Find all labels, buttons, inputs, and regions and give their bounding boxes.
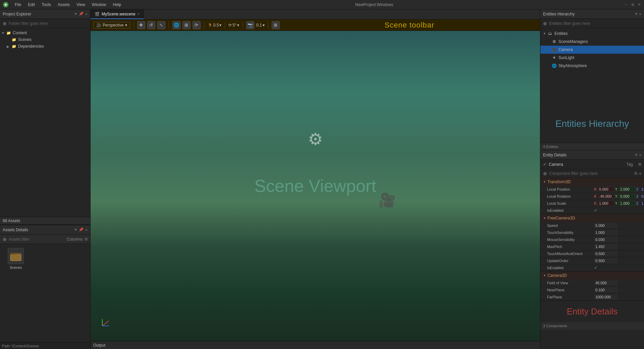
panel-options-icon[interactable]: ▾ (75, 12, 77, 16)
snap-grid-btn[interactable]: ⊞ (182, 21, 191, 29)
tree-item-dependencies[interactable]: ▶ 📁 Dependencies (0, 43, 90, 50)
scale-z-field[interactable]: Z 1.000 (636, 201, 644, 206)
camera3d-header[interactable]: ▼ Camera3D (540, 271, 644, 280)
scale-x-value[interactable]: 1.000 (598, 201, 614, 206)
mousesensibility-label: MouseSensibility (547, 238, 594, 242)
scene-tab[interactable]: 🎬 MyScene.wescene × (91, 9, 144, 19)
pos-x-value[interactable]: 0.000 (598, 187, 614, 192)
asset-scenes-label: Scenes (10, 265, 22, 269)
freecamera3d-header[interactable]: ▼ FreeCamera3D (540, 214, 644, 222)
menu-assets[interactable]: Assets (54, 2, 73, 8)
rot-x-value[interactable]: -45.000 (598, 194, 614, 199)
entity-enabled-check[interactable]: ✓ (543, 162, 547, 167)
maxpitch-value[interactable]: 1.492 (594, 244, 618, 249)
pos-y-field[interactable]: Y 2.000 (615, 187, 636, 192)
comp-filter-text: Component filter goes here (549, 171, 632, 176)
snap-rotate-btn[interactable]: ⟳ (193, 21, 201, 29)
menu-tools[interactable]: Tools (38, 2, 54, 8)
main-layout: Project Explorer ▾ 📌 × ⊕ Folder filter g… (0, 9, 644, 349)
panel-close-icon[interactable]: × (86, 12, 88, 16)
assets-count-label: 68 Assets (3, 218, 88, 223)
close-button[interactable]: ✕ (637, 3, 641, 7)
nearplane-value[interactable]: 0.100 (594, 287, 618, 293)
tree-item-scenes[interactable]: 📁 Scenes (0, 36, 90, 43)
assets-filter-plus-icon[interactable]: ⊕ (3, 237, 7, 242)
updateorder-value[interactable]: 0.500 (594, 258, 618, 263)
angle-input[interactable]: ⟳ 5° ▾ (228, 23, 239, 28)
snap-input[interactable]: 0.1 ▾ (256, 23, 265, 28)
assets-columns-btn[interactable]: Columns (67, 237, 83, 242)
asset-item-scenes[interactable]: Scenes (4, 248, 28, 269)
transform3d-header[interactable]: ▼ Transform3D (540, 178, 644, 186)
folder-filter-plus-icon[interactable]: ⊕ (3, 21, 7, 26)
entities-filter-plus-icon[interactable]: ⊕ (543, 21, 547, 26)
mousesensibility-value[interactable]: 0.030 (594, 237, 618, 242)
comp-filter-sort-icon[interactable]: ⊟ (634, 171, 637, 176)
pos-x-field[interactable]: X 0.000 (594, 187, 614, 192)
freecamera-isenabled-label: IsEnabled (547, 266, 594, 270)
rot-x-field[interactable]: X -45.000 (594, 194, 614, 199)
rot-z-value[interactable]: 0.000 (640, 194, 644, 199)
rot-y-field[interactable]: Y 0.000 (615, 194, 636, 199)
et-sunlight[interactable]: ☀ SunLight (540, 54, 644, 62)
tree-item-content[interactable]: ▼ 📁 Content (0, 30, 90, 36)
et-scenemanagers[interactable]: ⚙ SceneManagers (540, 38, 644, 46)
entity-more-icon[interactable]: ⊞ (638, 162, 641, 166)
speed-value[interactable]: 5.000 (594, 223, 618, 228)
rot-y-value[interactable]: 0.000 (619, 194, 636, 199)
et-camera[interactable]: 🎥 Camera (540, 46, 644, 54)
farplane-label: FarPlane (547, 295, 594, 299)
et-arrow-entities: ▼ (543, 32, 547, 35)
touchsensibility-value[interactable]: 1.000 (594, 230, 618, 235)
path-bar: Path: \Content\Scenes (0, 342, 90, 349)
assets-column-slider[interactable]: ⊟ (85, 237, 88, 241)
camera-view-btn[interactable]: 📷 (246, 21, 254, 29)
entities-close-icon[interactable]: × (639, 12, 641, 16)
assets-filter-text: Assets filter (9, 237, 65, 242)
world-tool-btn[interactable]: 🌐 (172, 21, 180, 29)
minimize-button[interactable]: ─ (624, 3, 628, 7)
perspective-dropdown[interactable]: 🎥 Perspective ▾ (93, 22, 130, 29)
et-skyatmosphere[interactable]: 🌐 SkyAtmosphere (540, 62, 644, 70)
restore-button[interactable]: ⧉ (631, 3, 635, 7)
menu-window[interactable]: Window (89, 2, 110, 8)
right-panel: Entities Hierarchy ▾ × ⊕ Entities filter… (540, 9, 644, 349)
scale-z-value[interactable]: 1.000 (640, 201, 644, 206)
grid-btn[interactable]: ⊞ (272, 21, 280, 29)
scale-tool-btn[interactable]: ⤡ (157, 21, 165, 29)
entities-hierarchy-header: Entities Hierarchy ▾ × (540, 9, 644, 19)
farplane-value[interactable]: 1000.000 (594, 294, 618, 300)
move-tool-btn[interactable]: ✥ (137, 21, 145, 29)
details-options-icon[interactable]: ▾ (635, 153, 637, 157)
menu-edit[interactable]: Edit (24, 2, 38, 8)
scale-y-value[interactable]: 1.000 (619, 201, 636, 206)
app-logo (3, 2, 9, 8)
assets-toolbar: ⊕ Assets filter Columns ⊟ (0, 235, 90, 244)
transform-isenabled-check[interactable]: ✓ (594, 208, 597, 213)
assets-pin-icon[interactable]: 📌 (79, 228, 84, 232)
entities-options-icon[interactable]: ▾ (635, 12, 637, 16)
rot-z-field[interactable]: Z 0.000 (636, 194, 644, 199)
freecamera-isenabled-check[interactable]: ✓ (594, 265, 597, 270)
tab-close-icon[interactable]: × (138, 12, 140, 16)
menu-file[interactable]: File (11, 2, 24, 8)
assets-details-header: Assets Details ▾ 📌 × (0, 225, 90, 235)
assets-options-icon[interactable]: ▾ (75, 228, 77, 232)
speed-input[interactable]: 🏃 0.5 ▾ (208, 23, 222, 28)
pos-z-value[interactable]: 2.000 (640, 187, 644, 192)
assets-close-icon[interactable]: × (86, 228, 88, 232)
pos-y-value[interactable]: 2.000 (619, 187, 636, 192)
comp-filter-menu-icon[interactable]: ≡ (639, 171, 641, 176)
panel-pin-icon[interactable]: 📌 (79, 12, 84, 16)
fov-value[interactable]: 45.000 (594, 280, 618, 286)
rotate-tool-btn[interactable]: ↺ (147, 21, 155, 29)
scale-y-field[interactable]: Y 1.000 (615, 201, 636, 206)
et-entities[interactable]: ▼ 🗂 Entities (540, 30, 644, 38)
pos-z-field[interactable]: Z 2.000 (636, 187, 644, 192)
menu-help[interactable]: Help (110, 2, 125, 8)
scale-x-field[interactable]: X 1.000 (594, 201, 614, 206)
touchmoveandorient-value[interactable]: 0.500 (594, 251, 618, 256)
menu-view[interactable]: View (73, 2, 89, 8)
details-close-icon[interactable]: × (639, 153, 641, 157)
comp-filter-plus-icon[interactable]: ⊕ (543, 171, 547, 176)
